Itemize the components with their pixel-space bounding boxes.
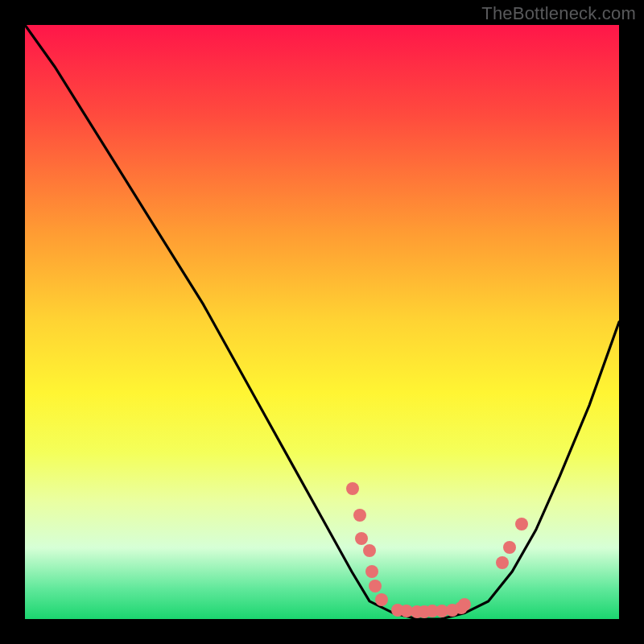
scatter-dot [346, 482, 359, 495]
scatter-dot [503, 541, 516, 554]
scatter-dot [363, 544, 376, 557]
plot-area [25, 25, 619, 619]
scatter-dot [365, 565, 378, 578]
scatter-dot [369, 580, 382, 592]
scatter-dot [515, 518, 528, 530]
chart-frame: TheBottleneck.com [0, 0, 644, 644]
scatter-dot [353, 509, 366, 522]
scatter-points [25, 25, 619, 619]
scatter-dot [458, 598, 471, 611]
scatter-dot [496, 556, 509, 569]
watermark-text: TheBottleneck.com [481, 3, 636, 24]
scatter-dot [355, 532, 368, 545]
scatter-dot [375, 593, 388, 606]
